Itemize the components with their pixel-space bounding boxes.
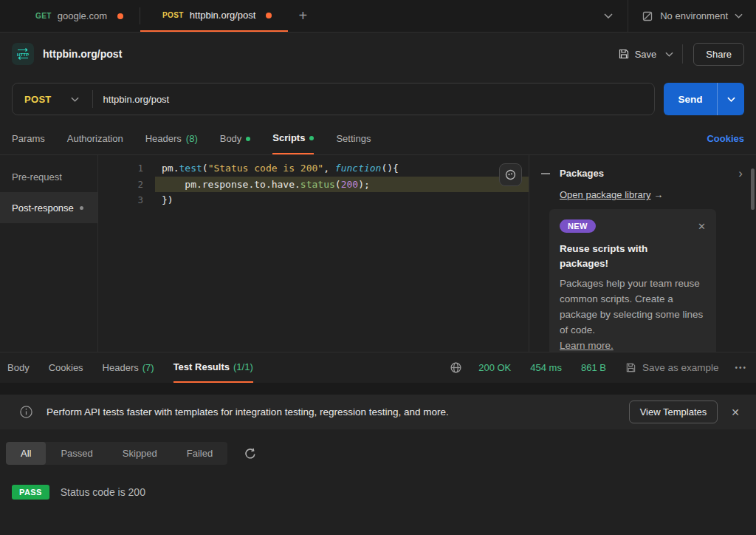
filter-skipped[interactable]: Skipped <box>108 442 172 465</box>
divider <box>682 44 683 64</box>
plus-icon: + <box>298 7 307 24</box>
section-gap <box>0 383 756 395</box>
send-options-chevron-down-icon[interactable] <box>717 83 744 115</box>
tab-body[interactable]: Body <box>220 123 251 154</box>
package-library-row: Open package library → <box>560 189 744 200</box>
banner-close-icon[interactable]: ✕ <box>731 406 744 418</box>
cookies-link[interactable]: Cookies <box>707 123 744 154</box>
response-size[interactable]: 861 B <box>581 362 606 373</box>
request-tab-httpbin-post[interactable]: POST httpbin.org/post <box>140 0 288 32</box>
save-floppy-icon <box>625 362 636 373</box>
headers-count: (8) <box>186 133 198 144</box>
tab-label: Body <box>220 133 242 144</box>
tab-list-chevron-down-icon[interactable] <box>589 13 628 18</box>
environment-selector[interactable]: No environment <box>628 10 756 22</box>
response-meta: 200 OK 454 ms 861 B Save as example ••• <box>450 352 749 383</box>
info-icon <box>19 405 33 419</box>
packages-title: Packages <box>560 168 604 179</box>
url-row: POST Send <box>0 75 756 123</box>
tab-label: Body <box>7 362 30 373</box>
packages-panel: Packages › Open package library → NEW ✕ … <box>529 155 756 352</box>
save-button[interactable]: Save <box>618 48 657 60</box>
editor-line: 2 pm.response.to.have.status(200); <box>98 177 529 193</box>
scrollbar-thumb[interactable] <box>751 168 755 210</box>
unsaved-dot-icon <box>266 13 272 18</box>
pass-badge: PASS <box>12 485 49 500</box>
save-as-example-label: Save as example <box>642 362 719 373</box>
response-tab-test-results[interactable]: Test Results (1/1) <box>173 352 253 383</box>
send-button[interactable]: Send <box>664 83 717 115</box>
sidebar-item-post-response[interactable]: Post-response <box>0 192 97 223</box>
tab-settings[interactable]: Settings <box>336 123 371 154</box>
response-tab-body[interactable]: Body <box>7 352 30 383</box>
arrow-right-icon: → <box>653 189 663 200</box>
collapse-chevron-right-icon[interactable]: › <box>738 167 744 180</box>
code-line-1: pm.test("Status code is 200", function()… <box>155 160 529 177</box>
test-results-filter-row: All Passed Skipped Failed <box>6 442 756 465</box>
topbar-right: No environment <box>589 0 756 32</box>
view-templates-button[interactable]: View Templates <box>629 401 718 423</box>
postman-window: GET google.com POST httpbin.org/post + <box>0 0 756 535</box>
script-dot-icon <box>80 206 83 210</box>
method-label-post: POST <box>162 11 184 19</box>
tab-authorization[interactable]: Authorization <box>67 123 123 154</box>
share-button[interactable]: Share <box>693 43 744 66</box>
promo-heading: Reuse scripts with packages! <box>560 242 670 270</box>
http-request-icon: HTTP <box>12 43 34 65</box>
request-tab-get-google[interactable]: GET google.com <box>0 0 140 32</box>
close-icon[interactable]: ✕ <box>698 221 706 232</box>
network-globe-icon[interactable] <box>450 361 462 374</box>
sidebar-item-label: Post-response <box>12 202 74 214</box>
sidebar-item-label: Pre-request <box>12 171 62 183</box>
postbot-button[interactable] <box>499 163 522 186</box>
save-label: Save <box>635 49 657 60</box>
more-options-icon[interactable]: ••• <box>735 364 749 372</box>
filter-all[interactable]: All <box>6 442 46 465</box>
open-package-library-link[interactable]: Open package library <box>560 189 651 200</box>
save-floppy-icon <box>618 48 630 60</box>
line-number: 2 <box>98 177 155 193</box>
test-result-row[interactable]: PASS Status code is 200 <box>12 485 756 500</box>
request-header-actions: Save Share <box>618 43 744 66</box>
new-badge: NEW <box>560 219 596 233</box>
test-results-count: (1/1) <box>233 361 253 372</box>
tab-label: Scripts <box>272 132 305 143</box>
learn-more-link[interactable]: Learn more. <box>560 340 614 351</box>
method-dropdown[interactable]: POST <box>13 94 92 105</box>
tab-scripts[interactable]: Scripts <box>272 123 314 154</box>
unsaved-dot-icon <box>117 13 123 19</box>
response-time[interactable]: 454 ms <box>530 362 562 373</box>
code-line-3: }) <box>155 192 529 208</box>
status-code[interactable]: 200 OK <box>478 362 511 373</box>
method-selected-label: POST <box>24 94 52 105</box>
request-tab-title: google.com <box>58 10 107 21</box>
save-as-example-button[interactable]: Save as example <box>625 362 719 373</box>
sidebar-item-pre-request[interactable]: Pre-request <box>0 161 97 192</box>
environment-label: No environment <box>660 10 728 21</box>
promo-body: Packages help your team reuse common scr… <box>560 276 706 338</box>
packages-header: Packages › <box>541 167 744 180</box>
save-options-chevron-down-icon[interactable] <box>656 52 682 57</box>
templates-banner: Perform API tests faster with templates … <box>0 395 756 429</box>
response-headers-count: (7) <box>142 362 154 373</box>
response-section-bar: Body Cookies Headers (7) Test Results (1… <box>0 352 756 383</box>
no-environment-icon <box>642 10 653 22</box>
new-tab-button[interactable]: + <box>288 0 317 32</box>
url-input[interactable] <box>93 94 654 105</box>
banner-text: Perform API tests faster with templates … <box>47 406 449 418</box>
banner-actions: View Templates ✕ <box>629 401 744 423</box>
tab-params[interactable]: Params <box>12 123 45 154</box>
response-tab-headers[interactable]: Headers (7) <box>103 352 154 383</box>
filter-failed[interactable]: Failed <box>172 442 227 465</box>
tab-label: Params <box>12 133 45 144</box>
editor-line: 1 pm.test("Status code is 200", function… <box>98 160 529 177</box>
filter-passed[interactable]: Passed <box>46 442 107 465</box>
resize-handle-icon[interactable] <box>541 173 550 174</box>
rerun-tests-refresh-icon[interactable] <box>244 447 257 460</box>
tab-headers[interactable]: Headers (8) <box>145 123 198 154</box>
method-label-get: GET <box>35 12 52 20</box>
response-tab-cookies[interactable]: Cookies <box>49 352 83 383</box>
method-chevron-down-icon <box>71 97 79 102</box>
script-editor[interactable]: 1 pm.test("Status code is 200", function… <box>98 155 529 352</box>
test-result-text: Status code is 200 <box>61 486 145 498</box>
